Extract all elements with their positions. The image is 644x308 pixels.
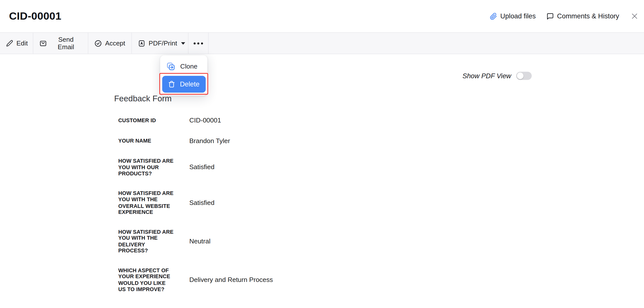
field-row-delivery-satisfaction: HOW SATISFIED ARE YOU WITH THE DELIVERY … [118,229,273,254]
field-label: HOW SATISFIED ARE YOU WITH THE DELIVERY … [118,229,189,254]
field-row-customer-id: CUSTOMER ID CID-00001 [118,117,273,124]
record-detail-window: CID-00001 Upload files Comments & Histor… [0,0,644,308]
field-row-your-name: YOUR NAME Brandon Tyler [118,137,273,145]
ellipsis-icon [193,41,204,45]
edit-button[interactable]: Edit [0,33,33,54]
send-email-button[interactable]: Send Email [33,33,88,54]
field-value: Satisfied [189,164,214,171]
check-circle-icon [94,39,102,47]
field-row-improvement-aspect: WHICH ASPECT OF YOUR EXPERIENCE WOULD YO… [118,267,273,292]
clone-label: Clone [180,63,197,70]
close-button[interactable] [630,12,638,20]
delete-label: Delete [180,80,200,88]
close-icon [630,12,638,20]
field-value: Neutral [189,237,210,245]
form-fields: CUSTOMER ID CID-00001 YOUR NAME Brandon … [118,117,273,306]
menu-item-delete[interactable]: Delete [162,76,206,93]
field-value: Brandon Tyler [189,137,230,145]
comment-bubble-icon [546,12,554,20]
upload-files-label: Upload files [500,12,536,20]
field-label: WHICH ASPECT OF YOUR EXPERIENCE WOULD YO… [118,267,189,292]
field-label: CUSTOMER ID [118,117,189,124]
pdf-print-button[interactable]: PDF/Print [132,33,188,54]
field-row-products-satisfaction: HOW SATISFIED ARE YOU WITH OUR PRODUCTS?… [118,158,273,177]
field-value: CID-00001 [189,117,221,124]
chevron-down-icon [181,42,186,44]
send-email-label: Send Email [50,36,82,50]
pdf-print-label: PDF/Print [148,39,177,47]
more-actions-button[interactable] [188,33,208,54]
field-label: YOUR NAME [118,138,189,144]
clone-icon [166,62,175,71]
pdf-view-toggle-row: Show PDF View [462,72,532,80]
paperclip-icon [490,12,497,20]
pdf-file-icon [138,39,145,47]
trash-icon [168,80,176,88]
edit-label: Edit [16,39,28,47]
record-toolbar: Edit Send Email Accept [0,32,644,54]
comments-history-label: Comments & History [557,12,619,20]
page-title: CID-00001 [9,10,61,23]
menu-item-clone[interactable]: Clone [160,59,208,74]
toggle-knob [517,73,523,79]
field-value: Delivery and Return Process [189,276,273,283]
accept-label: Accept [105,39,125,47]
more-actions-menu: Clone Delete [160,55,208,96]
header-actions: Upload files Comments & History [490,12,638,20]
upload-files-button[interactable]: Upload files [490,12,536,20]
field-label: HOW SATISFIED ARE YOU WITH THE OVERALL W… [118,190,189,215]
pencil-icon [6,40,13,47]
field-label: HOW SATISFIED ARE YOU WITH OUR PRODUCTS? [118,158,189,177]
field-value: Satisfied [189,199,214,206]
comments-history-button[interactable]: Comments & History [546,12,619,20]
envelope-icon [39,39,47,47]
show-pdf-view-label: Show PDF View [462,72,511,80]
show-pdf-view-toggle[interactable] [516,72,532,80]
accept-button[interactable]: Accept [88,33,132,54]
header: CID-00001 Upload files Comments & Histor… [0,0,644,32]
field-row-website-satisfaction: HOW SATISFIED ARE YOU WITH THE OVERALL W… [118,190,273,215]
